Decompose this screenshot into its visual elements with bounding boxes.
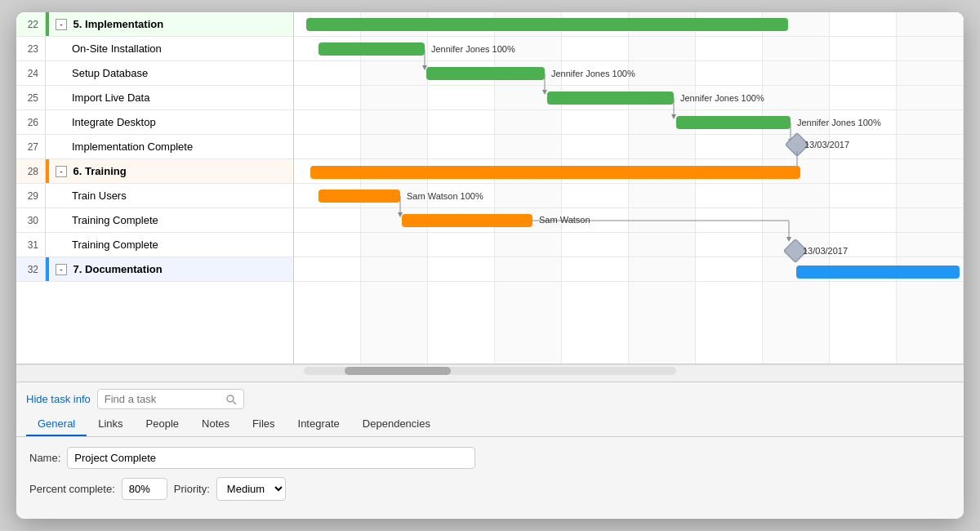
task-label: On-Site Installation xyxy=(49,42,293,55)
collapse-icon[interactable]: - xyxy=(56,19,67,30)
tab-people[interactable]: People xyxy=(135,413,190,436)
pct-row: Percent complete: Priority: Low Medium H… xyxy=(29,477,951,501)
horizontal-scrollbar[interactable] xyxy=(304,367,676,375)
task-row[interactable]: 29 Train Users xyxy=(16,184,293,208)
main-window: 22 - 5. Implementation 23 On-Site Instal… xyxy=(16,12,964,519)
task-row[interactable]: 28 - 6. Training xyxy=(16,159,293,184)
row-number: 26 xyxy=(16,110,46,134)
bottom-panel: Hide task info General Links People Note… xyxy=(16,382,964,519)
pct-input[interactable] xyxy=(122,478,167,500)
row-number: 28 xyxy=(16,159,46,183)
row-number: 29 xyxy=(16,184,46,207)
row-number: 32 xyxy=(16,257,46,281)
name-label: Name: xyxy=(29,452,60,464)
bar-documentation xyxy=(796,266,960,279)
hide-task-info-button[interactable]: Hide task info xyxy=(26,390,91,408)
row-number: 31 xyxy=(16,233,46,257)
bar-label-26: Jennifer Jones 100% xyxy=(797,118,881,127)
task-row[interactable]: 24 Setup Database xyxy=(16,61,293,86)
bar-implementation xyxy=(306,18,788,31)
task-label: Implementation Complete xyxy=(49,141,293,153)
bar-label-30: Sam Watson xyxy=(539,215,590,225)
collapse-icon[interactable]: - xyxy=(56,166,67,177)
task-label: Train Users xyxy=(49,190,293,202)
form-area: Name: Percent complete: Priority: Low Me… xyxy=(16,437,964,519)
task-row[interactable]: 30 Training Complete xyxy=(16,208,293,233)
bar-label-23: Jennifer Jones 100% xyxy=(431,44,515,54)
task-label: Import Live Data xyxy=(49,91,293,104)
task-row[interactable]: 31 Training Complete xyxy=(16,233,293,257)
bar-label-25: Jennifer Jones 100% xyxy=(680,93,764,103)
tab-files[interactable]: Files xyxy=(241,413,286,436)
task-row[interactable]: 23 On-Site Installation xyxy=(16,37,293,61)
bottom-toolbar: Hide task info xyxy=(16,382,964,413)
task-row[interactable]: 25 Import Live Data xyxy=(16,86,293,110)
task-row[interactable]: 27 Implementation Complete xyxy=(16,135,293,159)
tab-notes[interactable]: Notes xyxy=(190,413,241,436)
bar-train-admin xyxy=(318,190,400,203)
milestone-label-impl: 13/03/2017 xyxy=(804,140,849,149)
row-number: 27 xyxy=(16,135,46,158)
task-row[interactable]: 26 Integrate Desktop xyxy=(16,110,293,135)
priority-select[interactable]: Low Medium High xyxy=(216,477,286,501)
task-label: Training Complete xyxy=(49,239,293,251)
task-row[interactable]: 22 - 5. Implementation xyxy=(16,12,293,37)
bar-setupdb xyxy=(426,67,545,80)
bar-integrate xyxy=(676,116,791,129)
pct-label: Percent complete: xyxy=(29,483,115,495)
priority-label: Priority: xyxy=(174,483,210,495)
bar-label-24: Jennifer Jones 100% xyxy=(551,69,635,78)
task-row[interactable]: 32 - 7. Documentation xyxy=(16,257,293,282)
tab-integrate[interactable]: Integrate xyxy=(287,413,351,436)
chart-inner: Jennifer Jones 100% Jennifer Jones 100% … xyxy=(294,12,964,364)
task-label: Setup Database xyxy=(49,67,293,79)
gantt-svg: Jennifer Jones 100% Jennifer Jones 100% … xyxy=(294,12,964,364)
row-number: 22 xyxy=(16,12,46,36)
task-label: - 7. Documentation xyxy=(49,263,293,276)
scrollbar-thumb[interactable] xyxy=(345,367,451,375)
task-label: Integrate Desktop xyxy=(49,116,293,128)
task-label: - 6. Training xyxy=(49,165,293,178)
task-label: Training Complete xyxy=(49,214,293,226)
task-list: 22 - 5. Implementation 23 On-Site Instal… xyxy=(16,12,294,364)
bar-train-users xyxy=(402,214,532,227)
task-label: - 5. Implementation xyxy=(49,18,293,31)
scrollbar-container xyxy=(16,364,964,382)
row-number: 30 xyxy=(16,208,46,232)
bar-onsite xyxy=(318,42,425,56)
tabs-bar: General Links People Notes Files Integra… xyxy=(16,413,964,437)
collapse-icon[interactable]: - xyxy=(56,264,67,275)
tab-dependencies[interactable]: Dependencies xyxy=(351,413,442,436)
chart-area: Jennifer Jones 100% Jennifer Jones 100% … xyxy=(294,12,964,364)
find-task-input[interactable] xyxy=(97,389,244,409)
bar-training-group xyxy=(310,166,800,179)
tab-general[interactable]: General xyxy=(26,413,87,436)
bar-label-29: Sam Watson 100% xyxy=(407,191,483,201)
row-number: 25 xyxy=(16,86,46,109)
name-row: Name: xyxy=(29,447,951,469)
tab-links[interactable]: Links xyxy=(87,413,134,436)
row-number: 23 xyxy=(16,37,46,60)
bar-import xyxy=(547,91,674,105)
gantt-area: 22 - 5. Implementation 23 On-Site Instal… xyxy=(16,12,964,364)
row-number: 24 xyxy=(16,61,46,85)
milestone-label-train: 13/03/2017 xyxy=(803,246,848,256)
name-input[interactable] xyxy=(67,447,475,469)
